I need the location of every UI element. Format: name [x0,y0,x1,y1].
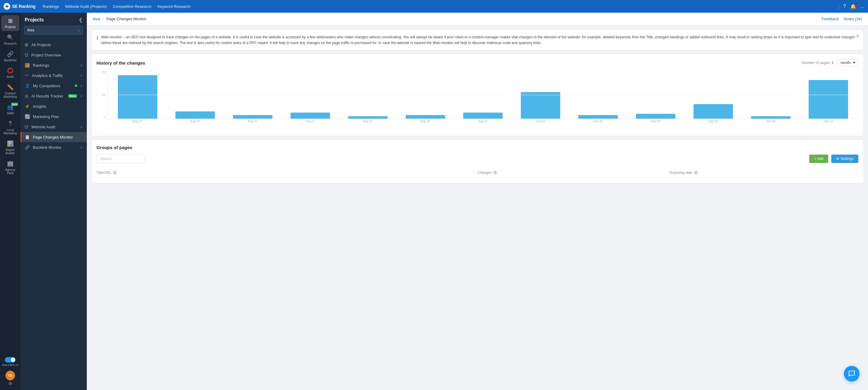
menu-item-website-audit[interactable]: ⊡ Website Audit ∨ [21,122,87,132]
menu-item-backlink-monitor[interactable]: 🔗 Backlink Monitor ∨ [21,142,87,152]
x-axis-label: Sep-01 [513,119,569,123]
smm-beta-badge: Beta [11,103,18,106]
bar[interactable] [348,116,388,119]
bar[interactable] [636,114,675,119]
chat-support-button[interactable] [844,366,860,382]
top-nav-links: Rankings Website Audit (Projects) Compet… [43,3,832,10]
collapse-sidebar-button[interactable]: ❮ [79,17,83,23]
feedback-button[interactable]: Feedback [822,17,839,21]
projects-icon: ⊞ [8,18,13,24]
bar[interactable] [693,104,733,119]
nav-rankings[interactable]: Rankings [43,3,59,10]
menu-item-page-changes-monitor[interactable]: 📋 Page Changes Monitor [21,132,87,142]
bar-chart: 20100Aug-23Aug-24Aug-25Aug-27Aug-29Aug-3… [96,71,858,131]
new-menu-toggle[interactable] [5,357,16,363]
notes-button[interactable]: Notes (34) [844,17,862,21]
groups-card: Groups of pages + Add ⚙ Settings Title/U… [92,140,863,183]
x-axis-label: Aug-23 [109,119,165,123]
settings-icon[interactable]: ⚙ [8,381,12,386]
menu-item-project-overview[interactable]: ⊡ Project Overview [21,50,87,60]
content-marketing-icon: ✏️ [7,84,13,90]
sidebar-item-backlinks[interactable]: 🔗 Backlinks [1,48,19,64]
menu-item-insights[interactable]: ⚡ Insights [21,101,87,111]
local-marketing-icon: 📍 [7,120,13,127]
settings-button[interactable]: ⚙ Settings [831,155,858,163]
nav-divider [839,3,839,9]
breadcrumb-current: Page Changes Monitor [106,17,147,21]
x-axis-label: Sep-06 [743,119,799,123]
groups-search-input[interactable] [96,154,145,163]
menu-item-rankings[interactable]: 📶 Rankings ∨ [21,60,87,70]
more-options-button[interactable]: ... [861,4,864,9]
help-button[interactable]: ? [843,4,846,9]
sidebar-item-projects[interactable]: ⊞ Projects [1,15,19,31]
history-chart-card: History of the changes Number of pages: … [92,54,863,136]
website-audit-icon: ⊡ [25,124,28,129]
x-axis-label: Aug-31 [455,119,511,123]
bar[interactable] [406,115,445,119]
breadcrumb-parent[interactable]: Ikea [93,17,100,21]
project-dropdown[interactable]: Ikea [24,26,83,35]
sidebar-item-content-marketing[interactable]: ✏️ Content Marketing [1,82,19,101]
logo-icon [4,3,10,10]
x-axis-label: Aug-25 [224,119,281,123]
agency-pack-icon: 🏢 [7,160,13,167]
breadcrumb-actions: Feedback Notes (34) [822,17,862,21]
x-axis-label: Sep-04 [627,119,684,123]
menu-item-ai-results-tracker[interactable]: ◎ AI Results Tracker Beta ∨ [21,91,87,101]
sidebar-item-smm[interactable]: 👥 SMM Beta [1,102,19,117]
x-axis-label: Aug-30 [397,119,453,123]
app-logo[interactable]: SE Ranking [4,3,36,10]
title-url-help-icon[interactable]: ? [113,171,117,175]
nav-website-audit[interactable]: Website Audit (Projects) [65,3,107,10]
competitors-active-dot [75,85,77,87]
nav-keyword-research[interactable]: Keyword Research [157,3,190,10]
page-changes-monitor-icon: 📋 [25,135,30,139]
breadcrumb-bar: Ikea › Page Changes Monitor Feedback Not… [87,13,868,25]
sidebar-bottom: New Menu UI YD ⚙ [1,355,20,388]
table-header: Title/URL ? Changes ? Scanning date ? [96,168,858,178]
bar[interactable] [809,80,848,119]
marketing-plan-icon: 📈 [25,114,30,119]
sidebar-item-local-marketing[interactable]: 📍 Local Marketing [1,118,19,137]
notifications-button[interactable]: 🔔 [850,4,856,9]
menu-item-my-competitors[interactable]: 👤 My Competitors ∨ [21,81,87,91]
insights-icon: ⚡ [25,104,30,109]
backlink-monitor-chevron-icon: ∨ [80,145,83,149]
bar[interactable] [463,113,503,119]
scanning-date-help-icon[interactable]: ? [694,171,698,175]
bar[interactable] [521,92,560,119]
report-builder-icon: 📊 [7,140,13,147]
sidebar-item-audit[interactable]: ⭕ Audit [1,65,19,81]
sidebar-item-research[interactable]: 🔍 Research [1,32,19,48]
content-area: ℹ Web-monitor – an SEO tool designed to … [87,25,868,390]
period-select[interactable]: month week day [837,59,858,66]
bar[interactable] [118,75,157,119]
sidebar-item-report-builder[interactable]: 📊 Report Builder [1,138,19,157]
x-axis-label: Sep-12 [800,119,857,123]
bar[interactable] [751,116,790,119]
menu-item-marketing-plan[interactable]: 📈 Marketing Plan [21,111,87,122]
changes-help-icon[interactable]: ? [493,171,497,175]
new-menu-toggle-container[interactable]: New Menu UI [1,355,20,369]
top-nav-right: ? 🔔 ... [839,3,864,9]
menu-item-analytics-traffic[interactable]: 〰 Analytics & Traffic ∨ [21,70,87,81]
info-text: Web-monitor – an SEO tool designed to tr… [101,34,858,46]
analytics-chevron-icon: ∨ [80,74,83,78]
x-axis-label: Aug-24 [167,119,223,123]
bar[interactable] [578,115,618,119]
info-close-button[interactable]: ✕ [856,33,860,39]
bar[interactable] [176,111,215,119]
bar[interactable] [233,115,273,119]
chart-title: History of the changes [96,60,145,65]
add-button[interactable]: + Add [809,155,828,163]
all-projects-icon: ⊞ [25,42,28,47]
project-sidebar: Projects ❮ Ikea ⌄ ⊞ All Projects ⊡ Proje… [21,13,87,390]
nav-competitive-research[interactable]: Competitive Research [113,3,151,10]
menu-item-all-projects[interactable]: ⊞ All Projects [21,39,87,50]
project-sidebar-header: Projects ❮ [21,13,87,26]
user-avatar[interactable]: YD [5,371,15,380]
sidebar-item-agency-pack[interactable]: 🏢 Agency Pack [1,158,19,177]
bar[interactable] [290,113,330,119]
backlinks-icon: 🔗 [7,51,13,57]
